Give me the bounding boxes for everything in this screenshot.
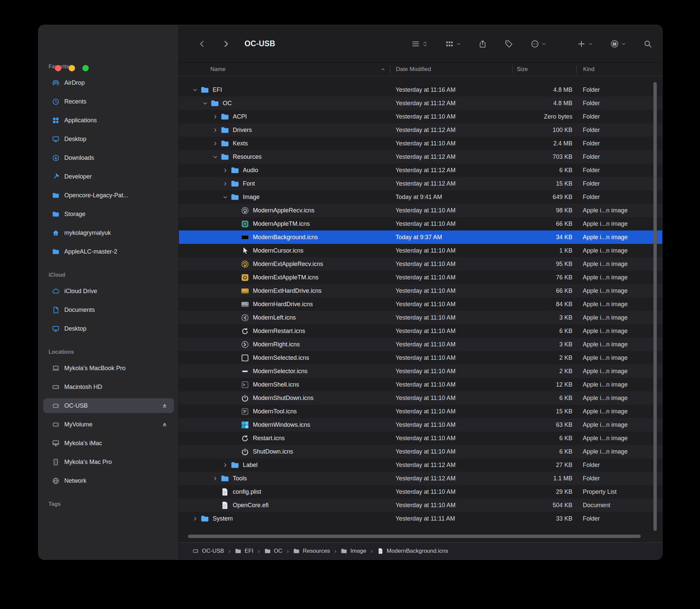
sidebar-item-downloads[interactable]: Downloads (43, 151, 174, 165)
file-row-label[interactable]: Label Yesterday at 11:12 AM 27 KB Folder (179, 458, 662, 472)
file-row-resources[interactable]: Resources Yesterday at 11:12 AM 703 KB F… (179, 150, 662, 163)
disclosure-open-icon[interactable] (211, 153, 219, 161)
file-row-modernappletm-icns[interactable]: ModernAppleTM.icns Yesterday at 11:10 AM… (179, 217, 662, 230)
file-row-modernextapplerecv-icns[interactable]: ModernExtAppleRecv.icns Yesterday at 11:… (179, 257, 662, 271)
path-item-modernbackground-icns[interactable]: ModernBackground.icns (377, 548, 448, 554)
file-row-modernwindows-icns[interactable]: ModernWindows.icns Yesterday at 11:10 AM… (179, 418, 662, 432)
forward-button[interactable] (222, 39, 230, 48)
file-row-modernshutdown-icns[interactable]: ModernShutDown.icns Yesterday at 11:10 A… (179, 391, 662, 405)
file-row-restart-icns[interactable]: Restart.icns Yesterday at 11:10 AM 6 KB … (179, 432, 662, 445)
disclosure-open-icon[interactable] (221, 193, 229, 201)
sidebar-item-applications[interactable]: Applications (43, 113, 174, 128)
view-options-button[interactable] (411, 39, 428, 48)
file-row-system[interactable]: System Yesterday at 11:11 AM 33 KB Folde… (179, 512, 662, 525)
sidebar-item-mykola-s-mac-pro[interactable]: Mykola’s Mac Pro (43, 455, 174, 469)
account-button[interactable]: M (610, 39, 626, 48)
path-item-oc-usb[interactable]: OC-USB (192, 548, 224, 554)
eject-icon[interactable] (161, 403, 168, 409)
file-row-modernextharddrive-icns[interactable]: ModernExtHardDrive.icns Yesterday at 11:… (179, 284, 662, 297)
sidebar-item-airdrop[interactable]: AirDrop (43, 75, 174, 90)
file-row-modernshell-icns[interactable]: ModernShell.icns Yesterday at 11:10 AM 1… (179, 378, 662, 391)
close-window-button[interactable] (55, 65, 61, 71)
search-button[interactable] (643, 39, 652, 48)
file-row-opencore-efi[interactable]: OpenCore.efi Yesterday at 11:10 AM 504 K… (179, 499, 662, 512)
disclosure-open-icon[interactable] (191, 86, 199, 94)
file-row-image[interactable]: Image Today at 9:41 AM 649 KB Folder (179, 190, 662, 204)
file-row-acpi[interactable]: ACPI Yesterday at 11:10 AM Zero bytes Fo… (179, 110, 662, 123)
file-row-modernapplerecv-icns[interactable]: ModernAppleRecv.icns Yesterday at 11:10 … (179, 204, 662, 217)
file-row-modernselector-icns[interactable]: ModernSelector.icns Yesterday at 11:10 A… (179, 364, 662, 378)
file-row-shutdown-icns[interactable]: ShutDown.icns Yesterday at 11:10 AM 6 KB… (179, 445, 662, 458)
disclosure-closed-icon[interactable] (221, 179, 229, 188)
sidebar-item-myvolume[interactable]: MyVolume (43, 417, 174, 432)
file-size: 2 KB (512, 354, 576, 362)
sidebar-item-mykola-s-macbook-pro[interactable]: Mykola’s MacBook Pro (43, 361, 174, 376)
sidebar-item-documents[interactable]: Documents (43, 302, 174, 317)
eject-icon[interactable] (161, 421, 168, 428)
path-item-resources[interactable]: Resources (293, 548, 330, 554)
file-row-modernleft-icns[interactable]: ModernLeft.icns Yesterday at 11:10 AM 3 … (179, 311, 662, 324)
file-row-modernextappletm-icns[interactable]: ModernExtAppleTM.icns Yesterday at 11:10… (179, 271, 662, 284)
chevron-down-icon (456, 41, 461, 46)
sidebar-item-recents[interactable]: Recents (43, 94, 174, 109)
file-kind: Apple i...n image (576, 314, 662, 321)
disclosure-closed-icon[interactable] (191, 515, 199, 523)
file-row-tools[interactable]: Tools Yesterday at 11:12 AM 1.1 MB Folde… (179, 472, 662, 485)
column-header-size[interactable]: Size (512, 65, 576, 74)
sidebar-item-desktop[interactable]: Desktop (43, 321, 174, 336)
disclosure-open-icon[interactable] (201, 99, 209, 107)
folder-icon (230, 460, 240, 470)
disclosure-closed-icon[interactable] (211, 474, 219, 482)
horizontal-scrollbar[interactable] (188, 535, 641, 538)
file-row-moderncursor-icns[interactable]: ModernCursor.icns Yesterday at 11:10 AM … (179, 244, 662, 257)
column-header-kind[interactable]: Kind (576, 65, 662, 74)
disclosure-closed-icon[interactable] (211, 112, 219, 121)
more-actions-button[interactable] (530, 39, 546, 48)
file-row-font[interactable]: Font Yesterday at 11:12 AM 15 KB Folder (179, 177, 662, 190)
sidebar-item-macintosh-hd[interactable]: Macintosh HD (43, 380, 174, 394)
sidebar-item-network[interactable]: Network (43, 473, 174, 488)
disclosure-closed-icon[interactable] (221, 461, 229, 469)
file-row-oc[interactable]: OC Yesterday at 11:12 AM 4.8 MB Folder (179, 97, 662, 110)
sidebar-item-developer[interactable]: Developer (43, 169, 174, 184)
file-row-modernselected-icns[interactable]: ModernSelected.icns Yesterday at 11:10 A… (179, 351, 662, 364)
zoom-window-button[interactable] (82, 65, 89, 71)
sidebar-item-opencore-legacy-pat[interactable]: Opencore-Legacy-Pat... (43, 188, 174, 203)
file-row-audio[interactable]: Audio Yesterday at 11:12 AM 6 KB Folder (179, 163, 662, 177)
path-item-efi[interactable]: EFI (235, 548, 253, 554)
file-row-modernharddrive-icns[interactable]: ModernHardDrive.icns Yesterday at 11:10 … (179, 297, 662, 311)
sidebar-item-mykola-s-imac[interactable]: Mykola’s iMac (43, 436, 174, 451)
vertical-scrollbar[interactable] (653, 82, 657, 531)
file-row-efi[interactable]: EFI Yesterday at 11:16 AM 4.8 MB Folder (179, 83, 662, 97)
file-row-modernrestart-icns[interactable]: ModernRestart.icns Yesterday at 11:10 AM… (179, 324, 662, 338)
disclosure-closed-icon[interactable] (221, 166, 229, 174)
file-name: OC (223, 100, 232, 107)
disclosure-closed-icon[interactable] (211, 139, 219, 147)
back-button[interactable] (198, 39, 206, 48)
file-row-modernright-icns[interactable]: ModernRight.icns Yesterday at 11:10 AM 3… (179, 338, 662, 351)
group-by-button[interactable] (445, 39, 461, 48)
file-row-drivers[interactable]: Drivers Yesterday at 11:12 AM 100 KB Fol… (179, 123, 662, 137)
file-row-config-plist[interactable]: config.plist Yesterday at 11:10 AM 29 KB… (179, 485, 662, 499)
tags-button[interactable] (504, 39, 513, 48)
sidebar-item-desktop[interactable]: Desktop (43, 132, 174, 146)
column-header-date-modified[interactable]: Date Modified (390, 65, 512, 74)
minimize-window-button[interactable] (69, 65, 75, 71)
share-button[interactable] (478, 39, 487, 48)
sidebar-item-icloud-drive[interactable]: iCloud Drive (43, 284, 174, 298)
laptop-icon (52, 364, 59, 372)
new-item-button[interactable] (577, 39, 593, 48)
disclosure-closed-icon[interactable] (211, 126, 219, 134)
path-item-image[interactable]: Image (340, 548, 366, 554)
file-row-moderntool-icns[interactable]: ModernTool.icns Yesterday at 11:10 AM 15… (179, 405, 662, 418)
sidebar-item-applealc-master-2[interactable]: AppleALC-master-2 (43, 244, 174, 259)
column-header-name[interactable]: Name (179, 65, 390, 74)
sidebar-item-oc-usb[interactable]: OC-USB (43, 398, 174, 413)
sidebar-item-storage[interactable]: Storage (43, 207, 174, 222)
sidebar-item-label: Opencore-Legacy-Pat... (64, 192, 128, 199)
path-item-oc[interactable]: OC (264, 548, 283, 554)
file-row-kexts[interactable]: Kexts Yesterday at 11:10 AM 2.4 MB Folde… (179, 137, 662, 150)
file-row-modernbackground-icns[interactable]: ModernBackground.icns Today at 9:37 AM 3… (179, 230, 662, 244)
sidebar-item-mykolagrymalyuk[interactable]: mykolagrymalyuk (43, 225, 174, 240)
file-kind: Apple i...n image (576, 354, 662, 362)
